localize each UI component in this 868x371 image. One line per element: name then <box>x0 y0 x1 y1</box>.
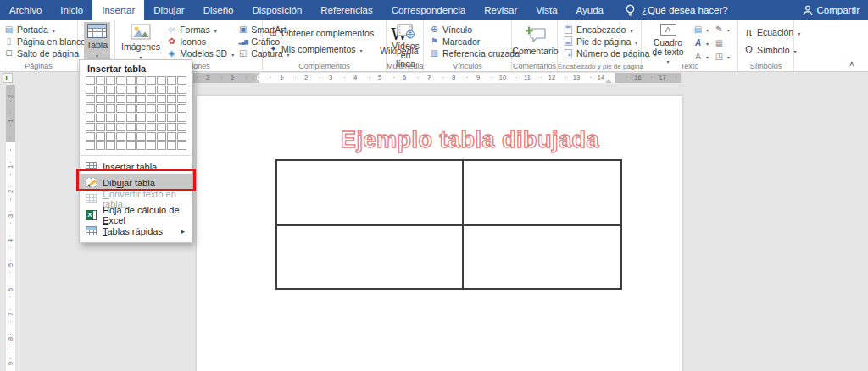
grid-size-cell[interactable] <box>126 141 136 150</box>
linea-de-firma-button[interactable] <box>714 23 734 36</box>
grid-size-cell[interactable] <box>96 95 105 103</box>
table-cell[interactable] <box>276 160 463 225</box>
table-cell[interactable] <box>463 160 621 225</box>
grid-size-cell[interactable] <box>177 76 186 85</box>
grid-size-cell[interactable] <box>147 76 156 85</box>
grid-size-cell[interactable] <box>136 141 146 150</box>
grid-size-cell[interactable] <box>126 114 136 122</box>
grid-size-cell[interactable] <box>157 95 166 103</box>
grid-size-cell[interactable] <box>157 86 166 94</box>
grid-size-cell[interactable] <box>136 95 146 103</box>
grid-size-cell[interactable] <box>116 141 125 150</box>
tab-vista[interactable]: Vista <box>526 0 566 20</box>
grid-size-cell[interactable] <box>177 95 186 103</box>
grid-size-cell[interactable] <box>157 104 166 113</box>
grid-size-cell[interactable] <box>157 76 166 85</box>
grid-size-cell[interactable] <box>136 76 146 85</box>
table-cell[interactable] <box>276 225 463 289</box>
grid-size-cell[interactable] <box>136 104 146 113</box>
grid-size-cell[interactable] <box>126 76 136 85</box>
grid-size-cell[interactable] <box>167 104 176 113</box>
grid-size-cell[interactable] <box>106 132 115 141</box>
modelos-3d-button[interactable]: Modelos 3D <box>166 48 234 59</box>
tabla-button[interactable]: Tabla <box>84 22 110 60</box>
document-page[interactable]: Ejemplo tabla dibujada <box>197 96 682 371</box>
table-cell[interactable] <box>463 225 621 289</box>
grid-size-cell[interactable] <box>147 132 156 141</box>
grid-size-cell[interactable] <box>96 114 105 122</box>
grid-size-cell[interactable] <box>106 76 115 85</box>
grid-size-cell[interactable] <box>96 104 105 113</box>
grid-size-cell[interactable] <box>157 123 166 131</box>
fecha-y-hora-button[interactable] <box>714 36 734 49</box>
grid-size-cell[interactable] <box>136 123 146 131</box>
grid-size-cell[interactable] <box>177 114 186 122</box>
marcador-button[interactable]: Marcador <box>429 36 520 47</box>
grid-size-cell[interactable] <box>86 132 95 141</box>
grid-size-cell[interactable] <box>96 86 105 94</box>
grid-size-cell[interactable] <box>167 95 176 103</box>
grid-size-cell[interactable] <box>167 114 176 122</box>
imagenes-button[interactable]: Imágenes <box>119 22 163 60</box>
grid-size-cell[interactable] <box>147 123 156 131</box>
tab-archivo[interactable]: Archivo <box>0 0 51 20</box>
grid-size-cell[interactable] <box>116 114 125 122</box>
grid-size-cell[interactable] <box>106 86 115 94</box>
tab-dibujar[interactable]: Dibujar <box>144 0 193 20</box>
grid-size-cell[interactable] <box>177 141 186 150</box>
vertical-ruler[interactable]: 21123456789 <box>6 85 15 371</box>
grid-size-cell[interactable] <box>126 123 136 131</box>
simbolo-button[interactable]: Símbolo <box>743 43 800 56</box>
grid-size-cell[interactable] <box>136 132 146 141</box>
grid-size-cell[interactable] <box>116 104 125 113</box>
ecuacion-button[interactable]: Ecuación <box>743 25 800 38</box>
grid-size-cell[interactable] <box>167 86 176 94</box>
tab-correspondencia[interactable]: Correspondencia <box>382 0 476 20</box>
grid-size-cell[interactable] <box>116 132 125 141</box>
right-indent-marker[interactable] <box>605 79 612 83</box>
tab-ayuda[interactable]: Ayuda <box>567 0 613 20</box>
grid-size-cell[interactable] <box>177 123 186 131</box>
grid-size-cell[interactable] <box>86 86 95 94</box>
mis-complementos-button[interactable]: Mis complementos <box>268 43 374 56</box>
videos-en-linea-button[interactable]: Vídeos en línea <box>389 22 422 60</box>
grid-size-cell[interactable] <box>167 76 176 85</box>
grid-size-cell[interactable] <box>116 123 125 131</box>
grid-size-cell[interactable] <box>147 141 156 150</box>
collapse-ribbon-icon[interactable] <box>849 59 854 68</box>
grid-size-cell[interactable] <box>126 86 136 94</box>
grid-size-cell[interactable] <box>126 132 136 141</box>
obtener-complementos-button[interactable]: Obtener complementos <box>268 27 374 40</box>
grid-size-cell[interactable] <box>126 104 136 113</box>
grid-size-cell[interactable] <box>177 132 186 141</box>
menu-item-tablas-rapidas[interactable]: Tablas rápidas <box>80 223 192 239</box>
grid-size-cell[interactable] <box>136 114 146 122</box>
objeto-button[interactable] <box>714 50 734 63</box>
tab-selector[interactable] <box>3 73 13 83</box>
tell-me-box[interactable]: ¿Qué desea hacer? <box>625 0 728 20</box>
grid-size-cell[interactable] <box>86 104 95 113</box>
grid-size-cell[interactable] <box>86 114 95 122</box>
grid-size-cell[interactable] <box>167 123 176 131</box>
grid-size-cell[interactable] <box>126 95 136 103</box>
grid-size-cell[interactable] <box>147 104 156 113</box>
grid-size-cell[interactable] <box>157 141 166 150</box>
grid-size-cell[interactable] <box>86 95 95 103</box>
share-button[interactable]: Compartir <box>803 0 860 20</box>
salto-de-pagina-button[interactable]: Salto de página <box>3 48 86 59</box>
grid-size-cell[interactable] <box>106 95 115 103</box>
grid-size-cell[interactable] <box>86 123 95 131</box>
grid-size-cell[interactable] <box>136 86 146 94</box>
tab-diseno[interactable]: Diseño <box>194 0 243 20</box>
referencia-cruzada-button[interactable]: Referencia cruzada <box>429 48 520 59</box>
tab-insertar[interactable]: Insertar <box>92 0 144 20</box>
grid-size-cell[interactable] <box>96 76 105 85</box>
grid-size-cell[interactable] <box>167 132 176 141</box>
grid-size-cell[interactable] <box>106 114 115 122</box>
grid-size-cell[interactable] <box>147 86 156 94</box>
grid-size-cell[interactable] <box>116 95 125 103</box>
grid-size-cell[interactable] <box>157 114 166 122</box>
iconos-button[interactable]: Iconos <box>166 36 234 47</box>
grid-size-cell[interactable] <box>106 123 115 131</box>
grid-size-cell[interactable] <box>116 76 125 85</box>
